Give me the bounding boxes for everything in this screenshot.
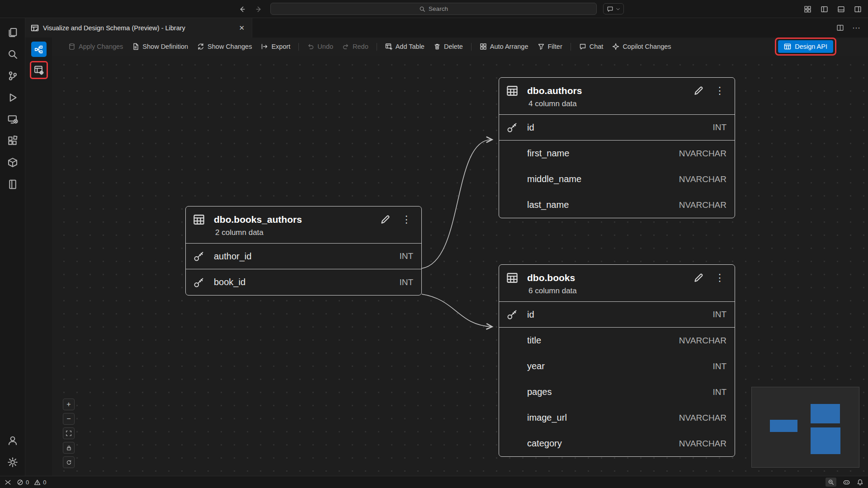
column-row[interactable]: author_idINT bbox=[186, 244, 421, 269]
table-card-books[interactable]: dbo.books ⋮ 6 column data idINTtitleNVAR… bbox=[499, 264, 735, 457]
add-table-button[interactable]: Add Table bbox=[381, 41, 429, 52]
table-card-authors[interactable]: dbo.authors ⋮ 4 column data idINTfirst_n… bbox=[499, 77, 735, 218]
table-card-header[interactable]: dbo.authors ⋮ bbox=[499, 78, 735, 98]
activity-bar bbox=[0, 18, 25, 476]
schema-diagram-button[interactable] bbox=[31, 42, 47, 57]
column-row[interactable]: titleNVARCHAR bbox=[499, 328, 735, 353]
search-sidebar-icon[interactable] bbox=[2, 43, 24, 65]
column-type: INT bbox=[399, 277, 413, 287]
remote-explorer-icon[interactable] bbox=[2, 108, 24, 130]
remote-indicator-icon[interactable] bbox=[5, 479, 11, 486]
column-row[interactable]: idINT bbox=[499, 115, 735, 141]
column-rows: idINTtitleNVARCHARyearINTpagesINTimage_u… bbox=[499, 302, 735, 456]
extensions-icon[interactable] bbox=[2, 130, 24, 152]
highlight-box-table-tool bbox=[30, 61, 48, 79]
lock-button[interactable] bbox=[63, 442, 75, 454]
column-row[interactable]: categoryNVARCHAR bbox=[499, 431, 735, 456]
table-name: dbo.authors bbox=[527, 85, 684, 96]
diagram-canvas[interactable]: dbo.authors ⋮ 4 column data idINTfirst_n… bbox=[52, 56, 868, 476]
column-row[interactable]: image_urlNVARCHAR bbox=[499, 405, 735, 431]
customize-layout-icon[interactable] bbox=[804, 5, 811, 13]
tab-schema-designer[interactable]: Visualize and Design Schema (Preview) - … bbox=[25, 18, 252, 38]
minimap[interactable] bbox=[751, 387, 859, 468]
copilot-menu-button[interactable] bbox=[603, 3, 624, 14]
show-definition-button[interactable]: Show Definition bbox=[127, 41, 193, 52]
toggle-primary-sidebar-icon[interactable] bbox=[821, 5, 828, 13]
column-type: NVARCHAR bbox=[679, 336, 726, 346]
apply-changes-button[interactable]: Apply Changes bbox=[64, 41, 127, 52]
toggle-secondary-sidebar-icon[interactable] bbox=[854, 5, 862, 13]
fit-view-button[interactable] bbox=[63, 427, 75, 439]
table-more-options-icon[interactable]: ⋮ bbox=[400, 214, 413, 225]
delete-button[interactable]: Delete bbox=[429, 41, 467, 52]
table-card-header[interactable]: dbo.books ⋮ bbox=[499, 265, 735, 285]
tab-close-icon[interactable]: ✕ bbox=[237, 23, 246, 33]
column-name: year bbox=[527, 361, 712, 371]
database-project-icon[interactable] bbox=[2, 174, 24, 195]
primary-key-icon bbox=[506, 309, 527, 320]
run-debug-icon[interactable] bbox=[2, 87, 24, 108]
toolbar-divider bbox=[471, 43, 472, 51]
edit-table-icon[interactable] bbox=[380, 214, 391, 225]
column-type: NVARCHAR bbox=[679, 174, 726, 184]
designer-main: Apply Changes Show Definition Show Chang… bbox=[52, 38, 868, 476]
edit-table-icon[interactable] bbox=[693, 272, 704, 283]
toggle-panel-icon[interactable] bbox=[837, 5, 845, 13]
database-icon[interactable] bbox=[2, 152, 24, 174]
status-bar-right bbox=[826, 478, 863, 487]
table-icon bbox=[506, 85, 518, 97]
table-definitions-button[interactable] bbox=[32, 63, 46, 77]
back-arrow-icon[interactable] bbox=[238, 5, 246, 13]
zoom-status-icon[interactable] bbox=[826, 478, 836, 487]
search-input[interactable]: Search bbox=[270, 3, 597, 15]
column-name: id bbox=[527, 122, 712, 133]
auto-arrange-button[interactable]: Auto Arrange bbox=[475, 41, 533, 52]
export-button[interactable]: Export bbox=[256, 41, 295, 52]
edit-table-icon[interactable] bbox=[693, 85, 704, 96]
editor-area: Visualize and Design Schema (Preview) - … bbox=[25, 18, 868, 476]
explorer-icon[interactable] bbox=[2, 22, 24, 43]
zoom-in-button[interactable]: + bbox=[63, 399, 75, 410]
column-name: category bbox=[527, 438, 679, 449]
account-icon[interactable] bbox=[2, 430, 24, 451]
column-name: middle_name bbox=[527, 174, 679, 184]
show-changes-button[interactable]: Show Changes bbox=[193, 41, 256, 52]
filter-button[interactable]: Filter bbox=[533, 41, 567, 52]
split-editor-icon[interactable] bbox=[836, 24, 844, 32]
search-placeholder: Search bbox=[429, 5, 448, 12]
column-row[interactable]: first_nameNVARCHAR bbox=[499, 141, 735, 166]
status-bar: 0 0 bbox=[0, 476, 868, 488]
source-control-icon[interactable] bbox=[2, 65, 24, 87]
minimap-table-books bbox=[811, 427, 840, 454]
problems-indicator[interactable]: 0 0 bbox=[17, 479, 46, 486]
column-row[interactable]: idINT bbox=[499, 302, 735, 328]
column-name: last_name bbox=[527, 200, 679, 210]
column-row[interactable]: yearINT bbox=[499, 353, 735, 379]
table-more-options-icon[interactable]: ⋮ bbox=[713, 85, 726, 97]
table-card-books-authors[interactable]: dbo.books_authors ⋮ 2 column data author… bbox=[185, 206, 422, 296]
column-name: pages bbox=[527, 387, 712, 397]
column-row[interactable]: book_idINT bbox=[186, 269, 421, 295]
settings-gear-icon[interactable] bbox=[2, 451, 24, 473]
relationship-connectors bbox=[52, 56, 868, 476]
table-card-header[interactable]: dbo.books_authors ⋮ bbox=[186, 206, 421, 226]
zoom-out-button[interactable]: − bbox=[63, 413, 75, 425]
editor-more-actions-icon[interactable]: ⋯ bbox=[852, 23, 861, 33]
redo-button[interactable]: Redo bbox=[338, 41, 373, 52]
column-count-label: 6 column data bbox=[499, 285, 735, 302]
search-icon bbox=[419, 6, 425, 12]
column-row[interactable]: middle_nameNVARCHAR bbox=[499, 166, 735, 192]
column-row[interactable]: last_nameNVARCHAR bbox=[499, 192, 735, 218]
undo-button[interactable]: Undo bbox=[302, 41, 338, 52]
notifications-bell-icon[interactable] bbox=[857, 479, 863, 486]
reset-view-button[interactable] bbox=[63, 456, 75, 468]
copilot-changes-button[interactable]: Copilot Changes bbox=[608, 41, 675, 52]
copilot-status-icon[interactable] bbox=[843, 479, 850, 486]
tab-title: Visualize and Design Schema (Preview) - … bbox=[43, 24, 185, 32]
table-more-options-icon[interactable]: ⋮ bbox=[713, 272, 726, 284]
column-row[interactable]: pagesINT bbox=[499, 379, 735, 405]
chat-button[interactable]: Chat bbox=[575, 41, 608, 52]
forward-arrow-icon[interactable] bbox=[255, 5, 263, 13]
design-api-button[interactable]: Design API bbox=[778, 40, 833, 53]
column-type: INT bbox=[712, 310, 726, 319]
